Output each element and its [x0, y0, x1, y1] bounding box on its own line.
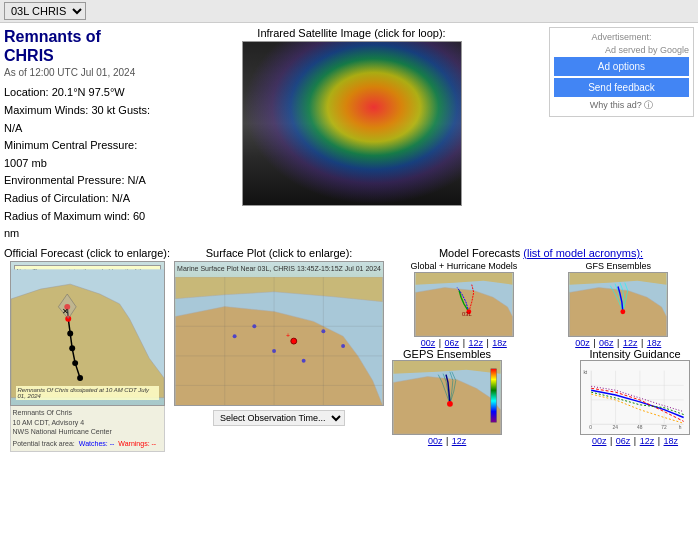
- model-acronyms-link[interactable]: (list of model acronyms):: [523, 247, 643, 259]
- global-hurricane-title: Global + Hurricane Models: [410, 261, 517, 271]
- bottom-model-row: GEPS Ensembles: [388, 348, 694, 450]
- svg-point-1: [77, 375, 83, 381]
- svg-text:72: 72: [661, 425, 667, 430]
- geps-00z-link[interactable]: 00z: [428, 436, 443, 446]
- geps-time-links: 00z | 12z: [427, 436, 467, 446]
- official-bottom-info: Remnants Of Chris 10 AM CDT, Advisory 4 …: [10, 406, 165, 452]
- location-label: Location:: [4, 86, 49, 98]
- observation-time-select[interactable]: Select Observation Time...: [213, 410, 345, 426]
- global-hurricane-model-item: Global + Hurricane Models 03L: [388, 261, 539, 348]
- env-pressure-value: N/A: [128, 174, 146, 186]
- geps-section: GEPS Ensembles: [392, 348, 502, 446]
- svg-text:kt: kt: [583, 369, 587, 374]
- gfs-18z-link[interactable]: 18z: [647, 338, 662, 348]
- svg-text:h: h: [679, 425, 682, 430]
- intensity-06z-link[interactable]: 06z: [616, 436, 631, 446]
- ad-served-by: Ad served by Google: [554, 45, 689, 55]
- storm-info: Location: 20.1°N 97.5°W Maximum Winds: 3…: [4, 84, 154, 242]
- svg-point-15: [341, 344, 345, 348]
- radius-wind-label: Radius of Maximum wind:: [4, 210, 130, 222]
- max-winds-label: Maximum Winds:: [4, 104, 88, 116]
- dissipated-label: Remnants Of Chris dissipated at 10 AM CD…: [16, 386, 159, 400]
- gusts-label: Gusts:: [118, 104, 150, 116]
- official-forecast-section: Official Forecast (click to enlarge): No…: [4, 247, 170, 452]
- min-pressure-value: 1007 mb: [4, 157, 47, 169]
- left-panel: Remnants of CHRIS As of 12:00 UTC Jul 01…: [4, 27, 154, 243]
- gfs-12z-link[interactable]: 12z: [623, 338, 638, 348]
- surface-plot-map[interactable]: Marine Surface Plot Near 03L, CHRIS 13:4…: [174, 261, 384, 406]
- svg-text:48: 48: [637, 425, 643, 430]
- bottom-section: Official Forecast (click to enlarge): No…: [0, 247, 698, 456]
- env-pressure-label: Environmental Pressure:: [4, 174, 124, 186]
- svg-text:✕: ✕: [62, 306, 69, 315]
- intensity-00z-link[interactable]: 00z: [592, 436, 607, 446]
- surface-plot-title: Surface Plot (click to enlarge):: [206, 247, 353, 259]
- ad-options-button[interactable]: Ad options: [554, 57, 689, 76]
- official-forecast-title: Official Forecast (click to enlarge):: [4, 247, 170, 259]
- top-bar: 03L CHRIS: [0, 0, 698, 23]
- svg-text:+: +: [286, 332, 290, 339]
- global-00z-link[interactable]: 00z: [421, 338, 436, 348]
- svg-text:24: 24: [613, 425, 619, 430]
- svg-rect-30: [491, 369, 497, 423]
- svg-point-27: [621, 309, 626, 314]
- global-06z-link[interactable]: 06z: [445, 338, 460, 348]
- gfs-ensembles-item: GFS Ensembles: [543, 261, 694, 348]
- storm-title: Remnants of CHRIS: [4, 27, 154, 65]
- surface-plot-subtitle: Marine Surface Plot Near 03L, CHRIS 13:4…: [177, 264, 381, 273]
- intensity-12z-link[interactable]: 12z: [640, 436, 655, 446]
- global-hurricane-map[interactable]: 03L: [414, 272, 514, 337]
- ad-title: Advertisement:: [554, 32, 689, 42]
- global-12z-link[interactable]: 12z: [468, 338, 483, 348]
- gfs-00z-link[interactable]: 00z: [575, 338, 590, 348]
- main-content: Remnants of CHRIS As of 12:00 UTC Jul 01…: [0, 23, 698, 247]
- ad-why[interactable]: Why this ad? ⓘ: [554, 99, 689, 112]
- geps-title: GEPS Ensembles: [403, 348, 491, 360]
- svg-rect-31: [581, 361, 688, 434]
- svg-point-3: [69, 345, 75, 351]
- advertisement-section: Advertisement: Ad served by Google Ad op…: [549, 27, 694, 243]
- svg-point-2: [72, 360, 78, 366]
- gfs-06z-link[interactable]: 06z: [599, 338, 614, 348]
- svg-point-9: [291, 338, 297, 344]
- global-time-links: 00z | 06z | 12z | 18z: [420, 338, 508, 348]
- gfs-map[interactable]: [568, 272, 668, 337]
- model-forecasts-section: Model Forecasts (list of model acronyms)…: [388, 247, 694, 452]
- model-grid: Global + Hurricane Models 03L: [388, 261, 694, 348]
- intensity-section: Intensity Guidance: [580, 348, 690, 446]
- satellite-section: Infrared Satellite Image (click for loop…: [158, 27, 545, 243]
- svg-point-14: [233, 334, 237, 338]
- geps-map[interactable]: [392, 360, 502, 435]
- svg-point-29: [447, 401, 453, 407]
- svg-point-16: [302, 359, 306, 363]
- svg-text:0: 0: [589, 425, 592, 430]
- gusts-value: N/A: [4, 122, 22, 134]
- geps-12z-link[interactable]: 12z: [452, 436, 467, 446]
- min-pressure-label: Minimum Central Pressure:: [4, 139, 137, 151]
- gfs-title: GFS Ensembles: [586, 261, 652, 271]
- intensity-18z-link[interactable]: 18z: [664, 436, 679, 446]
- storm-selector[interactable]: 03L CHRIS: [4, 2, 86, 20]
- intensity-title: Intensity Guidance: [589, 348, 680, 360]
- ad-box: Advertisement: Ad served by Google Ad op…: [549, 27, 694, 117]
- send-feedback-button[interactable]: Send feedback: [554, 78, 689, 97]
- radius-circ-value: N/A: [112, 192, 130, 204]
- svg-point-4: [67, 330, 73, 336]
- surface-plot-section: Surface Plot (click to enlarge): Marine …: [174, 247, 384, 452]
- global-18z-link[interactable]: 18z: [492, 338, 507, 348]
- satellite-title: Infrared Satellite Image (click for loop…: [257, 27, 445, 39]
- timestamp: As of 12:00 UTC Jul 01, 2024: [4, 67, 154, 78]
- official-forecast-map[interactable]: Note: The cone contains the probable pat…: [10, 261, 165, 406]
- model-forecasts-title: Model Forecasts (list of model acronyms)…: [388, 247, 694, 259]
- radius-circ-label: Radius of Circulation:: [4, 192, 109, 204]
- location-value: 20.1°N 97.5°W: [52, 86, 125, 98]
- gfs-time-links: 00z | 06z | 12z | 18z: [574, 338, 662, 348]
- svg-text:03L: 03L: [462, 310, 472, 316]
- max-winds-value: 30 kt: [91, 104, 115, 116]
- intensity-time-links: 00z | 06z | 12z | 18z: [591, 436, 679, 446]
- satellite-image[interactable]: [242, 41, 462, 206]
- intensity-map[interactable]: kt 0 24 48 72 h: [580, 360, 690, 435]
